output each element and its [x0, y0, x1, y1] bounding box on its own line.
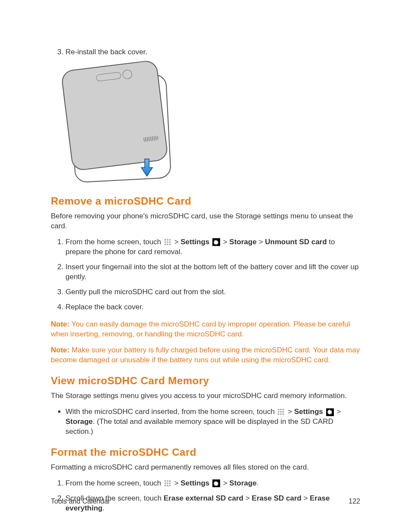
svg-rect-20: [169, 480, 170, 482]
svg-rect-24: [165, 485, 166, 486]
text: >: [174, 479, 181, 487]
paragraph: The Storage settings menu gives you acce…: [51, 391, 360, 401]
text: >: [223, 238, 230, 246]
paragraph: Formatting a microSDHC card permanently …: [51, 463, 360, 473]
apps-grid-icon: [164, 239, 171, 246]
cover-camera-icon: [122, 69, 133, 80]
top-ordered-list: Re-install the back cover.: [51, 47, 360, 57]
text: From the home screen, touch: [65, 238, 163, 246]
svg-rect-16: [280, 414, 282, 415]
svg-rect-18: [165, 480, 166, 482]
svg-rect-13: [280, 411, 282, 413]
text-bold: Storage: [229, 479, 256, 487]
svg-rect-1: [167, 239, 168, 240]
svg-rect-21: [165, 482, 166, 484]
text: From the home screen, touch: [65, 479, 163, 487]
text: >: [336, 408, 341, 416]
svg-rect-26: [169, 485, 170, 486]
cover-speaker-icon: [96, 72, 121, 82]
text: With the microSDHC card inserted, from t…: [65, 408, 277, 416]
svg-rect-17: [283, 414, 284, 415]
svg-rect-8: [169, 244, 170, 245]
settings-icon: [212, 238, 220, 246]
text: >: [223, 479, 230, 487]
phone-back-cover: [61, 59, 169, 171]
text-bold: Settings: [181, 238, 209, 246]
svg-rect-6: [165, 244, 166, 245]
svg-rect-23: [169, 482, 170, 484]
list-item: Re-install the back cover.: [65, 47, 360, 57]
cover-slot-icon: [143, 136, 159, 142]
list-item: Gently pull the microSDHC card out from …: [65, 287, 360, 297]
heading-view-memory: View microSDHC Card Memory: [51, 375, 360, 387]
svg-rect-7: [167, 244, 168, 245]
text: >: [288, 408, 294, 416]
page-footer: Tools and Calendar 122: [51, 498, 360, 505]
list-item: Insert your fingernail into the slot at …: [65, 262, 360, 282]
format-steps-list: From the home screen, touch > Settings >…: [51, 479, 360, 513]
svg-rect-25: [167, 485, 168, 486]
text-bold: Settings: [181, 479, 209, 487]
list-item: From the home screen, touch > Settings >…: [65, 237, 360, 257]
svg-rect-19: [167, 480, 168, 482]
apps-grid-icon: [164, 480, 171, 487]
svg-rect-0: [165, 239, 166, 240]
note-text: You can easily damage the microSDHC card…: [51, 320, 350, 338]
svg-rect-10: [280, 409, 282, 410]
heading-format-card: Format the microSDHC Card: [51, 446, 360, 458]
settings-icon: [326, 408, 334, 416]
text-bold: Storage: [65, 417, 93, 426]
text-bold: Unmount SD card: [265, 238, 327, 246]
svg-rect-22: [167, 482, 168, 484]
apps-grid-icon: [277, 408, 285, 416]
svg-rect-9: [278, 409, 279, 410]
footer-page-number: 122: [349, 498, 360, 505]
list-item: From the home screen, touch > Settings >…: [65, 479, 360, 488]
text: >: [258, 238, 265, 246]
text: .: [257, 479, 259, 487]
text: >: [174, 238, 181, 246]
view-memory-list: With the microSDHC card inserted, from t…: [51, 407, 360, 437]
svg-rect-2: [169, 239, 170, 240]
list-item: Replace the back cover.: [65, 302, 360, 312]
svg-rect-15: [278, 414, 279, 415]
text: . (The total and available memory space …: [65, 417, 333, 436]
paragraph: Before removing your phone's microSDHC c…: [51, 212, 360, 231]
svg-rect-4: [167, 241, 168, 243]
note-text: Make sure your battery is fully charged …: [51, 346, 360, 364]
note-paragraph: Note: You can easily damage the microSDH…: [51, 320, 360, 339]
note-label: Note:: [51, 320, 69, 328]
svg-rect-11: [283, 409, 284, 410]
svg-rect-3: [165, 241, 166, 243]
note-label: Note:: [51, 346, 69, 354]
text-bold: Settings: [294, 408, 323, 416]
svg-rect-14: [283, 411, 284, 413]
remove-steps-list: From the home screen, touch > Settings >…: [51, 237, 360, 312]
arrow-down-icon: [140, 158, 154, 178]
note-paragraph: Note: Make sure your battery is fully ch…: [51, 345, 360, 365]
svg-rect-5: [169, 241, 170, 243]
footer-section-name: Tools and Calendar: [51, 498, 110, 505]
text-bold: Storage: [229, 238, 256, 246]
settings-icon: [212, 479, 220, 487]
heading-remove-microsdhc: Remove a microSDHC Card: [51, 195, 360, 207]
list-item: With the microSDHC card inserted, from t…: [65, 407, 360, 437]
phone-back-cover-illustration: [64, 65, 176, 186]
svg-rect-12: [278, 411, 279, 413]
